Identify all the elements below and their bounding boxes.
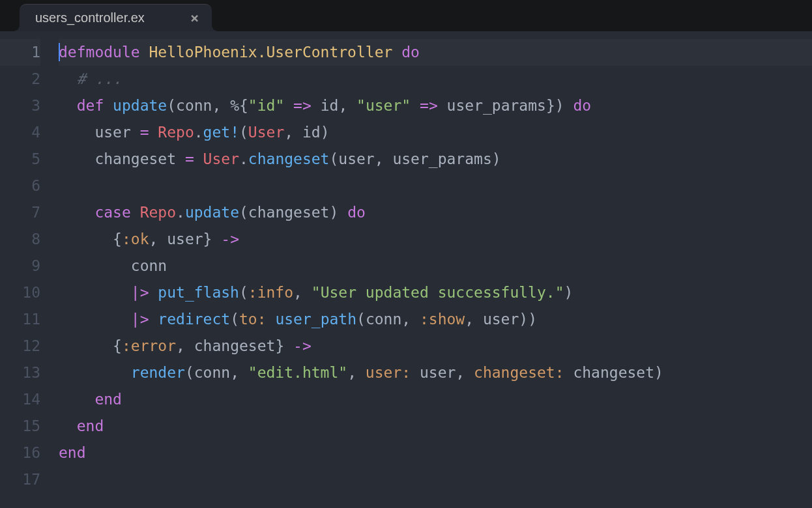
line-number[interactable]: 4 — [0, 119, 40, 146]
code-line: # ... — [59, 66, 812, 92]
line-number[interactable]: 2 — [0, 66, 40, 92]
line-number[interactable]: 3 — [0, 92, 40, 119]
code-line: {:error, changeset} -> — [59, 333, 812, 360]
tab-active[interactable]: users_controller.ex × — [20, 4, 212, 31]
code-line — [59, 173, 812, 199]
line-number[interactable]: 1 — [0, 39, 40, 66]
code-line: changeset = User.changeset(user, user_pa… — [59, 146, 812, 173]
line-number[interactable]: 15 — [0, 413, 40, 440]
line-number[interactable]: 9 — [0, 253, 40, 279]
editor: 1 2 3 4 5 6 7 8 9 10 11 12 13 14 15 16 1… — [0, 31, 812, 508]
line-number[interactable]: 16 — [0, 440, 40, 466]
code-area[interactable]: defmodule HelloPhoenix.UserController do… — [59, 39, 812, 508]
tab-bar: users_controller.ex × — [0, 0, 812, 31]
code-line: end — [59, 413, 812, 440]
line-number[interactable]: 17 — [0, 466, 40, 493]
code-line: end — [59, 440, 812, 466]
code-line: render(conn, "edit.html", user: user, ch… — [59, 360, 812, 386]
line-number[interactable]: 5 — [0, 146, 40, 173]
code-line: conn — [59, 253, 812, 279]
line-number[interactable]: 12 — [0, 333, 40, 360]
line-number[interactable]: 6 — [0, 173, 40, 199]
line-number[interactable]: 11 — [0, 306, 40, 333]
code-line: user = Repo.get!(User, id) — [59, 119, 812, 146]
line-number[interactable]: 10 — [0, 279, 40, 306]
line-number[interactable]: 13 — [0, 360, 40, 386]
code-line: defmodule HelloPhoenix.UserController do — [59, 39, 812, 66]
close-icon[interactable]: × — [190, 11, 199, 25]
code-line — [59, 466, 812, 493]
gutter: 1 2 3 4 5 6 7 8 9 10 11 12 13 14 15 16 1… — [0, 39, 59, 508]
cursor — [59, 43, 60, 61]
code-line: |> put_flash(:info, "User updated succes… — [59, 279, 812, 306]
code-line: case Repo.update(changeset) do — [59, 199, 812, 226]
line-number[interactable]: 7 — [0, 199, 40, 226]
line-number[interactable]: 14 — [0, 386, 40, 413]
code-line: end — [59, 386, 812, 413]
code-line: |> redirect(to: user_path(conn, :show, u… — [59, 306, 812, 333]
line-number[interactable]: 8 — [0, 226, 40, 253]
code-line: def update(conn, %{"id" => id, "user" =>… — [59, 92, 812, 119]
tab-title: users_controller.ex — [35, 10, 145, 25]
code-line: {:ok, user} -> — [59, 226, 812, 253]
